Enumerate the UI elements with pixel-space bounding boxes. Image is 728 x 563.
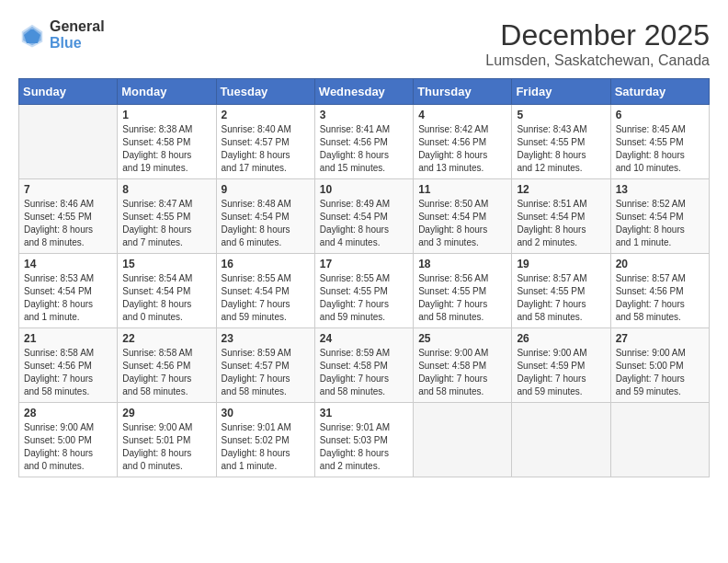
day-info: Sunrise: 8:46 AM Sunset: 4:55 PM Dayligh…: [24, 198, 112, 249]
day-number: 17: [320, 258, 408, 270]
calendar-cell: 6Sunrise: 8:45 AM Sunset: 4:55 PM Daylig…: [610, 105, 709, 179]
day-info: Sunrise: 9:00 AM Sunset: 5:01 PM Dayligh…: [122, 421, 210, 473]
day-info: Sunrise: 8:38 AM Sunset: 4:58 PM Dayligh…: [122, 123, 210, 175]
day-info: Sunrise: 8:48 AM Sunset: 4:54 PM Dayligh…: [222, 198, 310, 249]
calendar-cell: 20Sunrise: 8:57 AM Sunset: 4:56 PM Dayli…: [610, 254, 709, 328]
day-info: Sunrise: 9:01 AM Sunset: 5:03 PM Dayligh…: [320, 421, 408, 473]
day-info: Sunrise: 8:42 AM Sunset: 4:56 PM Dayligh…: [418, 123, 506, 175]
day-number: 4: [418, 109, 506, 121]
weekday-header: Wednesday: [314, 79, 413, 105]
calendar-cell: 4Sunrise: 8:42 AM Sunset: 4:56 PM Daylig…: [414, 105, 512, 179]
calendar-cell: 5Sunrise: 8:43 AM Sunset: 4:55 PM Daylig…: [512, 105, 610, 179]
calendar-cell: 9Sunrise: 8:48 AM Sunset: 4:54 PM Daylig…: [216, 179, 314, 254]
day-number: 3: [320, 109, 408, 121]
day-number: 24: [320, 332, 408, 345]
day-info: Sunrise: 8:57 AM Sunset: 4:56 PM Dayligh…: [616, 272, 704, 324]
day-number: 9: [222, 183, 310, 196]
day-info: Sunrise: 8:47 AM Sunset: 4:55 PM Dayligh…: [122, 198, 210, 249]
calendar-cell: 25Sunrise: 9:00 AM Sunset: 4:58 PM Dayli…: [414, 328, 512, 403]
day-number: 26: [517, 332, 605, 345]
calendar-cell: 17Sunrise: 8:55 AM Sunset: 4:55 PM Dayli…: [314, 254, 413, 328]
day-info: Sunrise: 9:01 AM Sunset: 5:02 PM Dayligh…: [222, 421, 310, 473]
calendar-cell: 3Sunrise: 8:41 AM Sunset: 4:56 PM Daylig…: [314, 105, 413, 179]
day-number: 28: [24, 407, 112, 419]
calendar-cell: [610, 403, 709, 477]
day-info: Sunrise: 8:51 AM Sunset: 4:54 PM Dayligh…: [517, 198, 605, 249]
weekday-header: Sunday: [19, 79, 118, 105]
day-number: 11: [418, 183, 506, 196]
calendar-cell: 15Sunrise: 8:54 AM Sunset: 4:54 PM Dayli…: [118, 254, 216, 328]
day-info: Sunrise: 8:56 AM Sunset: 4:55 PM Dayligh…: [418, 272, 506, 324]
day-number: 6: [616, 109, 704, 121]
day-info: Sunrise: 8:58 AM Sunset: 4:56 PM Dayligh…: [24, 347, 112, 398]
day-number: 25: [418, 332, 506, 345]
day-number: 5: [517, 109, 605, 121]
logo-icon: [18, 21, 46, 49]
day-number: 13: [616, 183, 704, 196]
main-title: December 2025: [485, 18, 710, 52]
day-info: Sunrise: 9:00 AM Sunset: 5:00 PM Dayligh…: [616, 347, 704, 398]
day-info: Sunrise: 8:49 AM Sunset: 4:54 PM Dayligh…: [320, 198, 408, 249]
day-info: Sunrise: 8:43 AM Sunset: 4:55 PM Dayligh…: [517, 123, 605, 175]
page-header: General Blue December 2025 Lumsden, Sask…: [18, 18, 710, 69]
day-number: 8: [122, 183, 210, 196]
calendar-cell: [414, 403, 512, 477]
calendar-week-row: 28Sunrise: 9:00 AM Sunset: 5:00 PM Dayli…: [19, 403, 710, 477]
calendar-cell: 22Sunrise: 8:58 AM Sunset: 4:56 PM Dayli…: [118, 328, 216, 403]
weekday-header: Thursday: [414, 79, 512, 105]
weekday-header: Saturday: [610, 79, 709, 105]
calendar-cell: 29Sunrise: 9:00 AM Sunset: 5:01 PM Dayli…: [118, 403, 216, 477]
day-info: Sunrise: 8:59 AM Sunset: 4:57 PM Dayligh…: [222, 347, 310, 398]
calendar-week-row: 1Sunrise: 8:38 AM Sunset: 4:58 PM Daylig…: [19, 105, 710, 179]
calendar-cell: 8Sunrise: 8:47 AM Sunset: 4:55 PM Daylig…: [118, 179, 216, 254]
calendar-cell: 1Sunrise: 8:38 AM Sunset: 4:58 PM Daylig…: [118, 105, 216, 179]
calendar-cell: 2Sunrise: 8:40 AM Sunset: 4:57 PM Daylig…: [216, 105, 314, 179]
title-block: December 2025 Lumsden, Saskatchewan, Can…: [485, 18, 710, 69]
day-number: 23: [222, 332, 310, 345]
subtitle: Lumsden, Saskatchewan, Canada: [485, 52, 710, 69]
calendar-cell: 24Sunrise: 8:59 AM Sunset: 4:58 PM Dayli…: [314, 328, 413, 403]
calendar-cell: 23Sunrise: 8:59 AM Sunset: 4:57 PM Dayli…: [216, 328, 314, 403]
weekday-header: Monday: [118, 79, 216, 105]
calendar-cell: 7Sunrise: 8:46 AM Sunset: 4:55 PM Daylig…: [19, 179, 118, 254]
calendar-cell: 12Sunrise: 8:51 AM Sunset: 4:54 PM Dayli…: [512, 179, 610, 254]
day-info: Sunrise: 8:55 AM Sunset: 4:55 PM Dayligh…: [320, 272, 408, 324]
calendar-cell: 16Sunrise: 8:55 AM Sunset: 4:54 PM Dayli…: [216, 254, 314, 328]
calendar-cell: 10Sunrise: 8:49 AM Sunset: 4:54 PM Dayli…: [314, 179, 413, 254]
calendar-week-row: 21Sunrise: 8:58 AM Sunset: 4:56 PM Dayli…: [19, 328, 710, 403]
day-number: 12: [517, 183, 605, 196]
day-info: Sunrise: 8:53 AM Sunset: 4:54 PM Dayligh…: [24, 272, 112, 324]
day-info: Sunrise: 8:54 AM Sunset: 4:54 PM Dayligh…: [122, 272, 210, 324]
day-info: Sunrise: 8:45 AM Sunset: 4:55 PM Dayligh…: [616, 123, 704, 175]
day-info: Sunrise: 8:57 AM Sunset: 4:55 PM Dayligh…: [517, 272, 605, 324]
day-number: 16: [222, 258, 310, 270]
day-info: Sunrise: 9:00 AM Sunset: 4:59 PM Dayligh…: [517, 347, 605, 398]
day-number: 20: [616, 258, 704, 270]
calendar-cell: 27Sunrise: 9:00 AM Sunset: 5:00 PM Dayli…: [610, 328, 709, 403]
day-number: 15: [122, 258, 210, 270]
day-number: 19: [517, 258, 605, 270]
day-number: 18: [418, 258, 506, 270]
calendar-cell: 14Sunrise: 8:53 AM Sunset: 4:54 PM Dayli…: [19, 254, 118, 328]
calendar-cell: 31Sunrise: 9:01 AM Sunset: 5:03 PM Dayli…: [314, 403, 413, 477]
calendar-header-row: SundayMondayTuesdayWednesdayThursdayFrid…: [19, 79, 710, 105]
day-number: 10: [320, 183, 408, 196]
calendar-week-row: 7Sunrise: 8:46 AM Sunset: 4:55 PM Daylig…: [19, 179, 710, 254]
day-number: 30: [222, 407, 310, 419]
day-info: Sunrise: 9:00 AM Sunset: 4:58 PM Dayligh…: [418, 347, 506, 398]
day-number: 1: [122, 109, 210, 121]
weekday-header: Tuesday: [216, 79, 314, 105]
calendar-cell: 19Sunrise: 8:57 AM Sunset: 4:55 PM Dayli…: [512, 254, 610, 328]
day-info: Sunrise: 8:40 AM Sunset: 4:57 PM Dayligh…: [222, 123, 310, 175]
calendar-cell: 21Sunrise: 8:58 AM Sunset: 4:56 PM Dayli…: [19, 328, 118, 403]
day-info: Sunrise: 8:59 AM Sunset: 4:58 PM Dayligh…: [320, 347, 408, 398]
calendar-cell: [19, 105, 118, 179]
day-number: 7: [24, 183, 112, 196]
calendar-cell: 26Sunrise: 9:00 AM Sunset: 4:59 PM Dayli…: [512, 328, 610, 403]
day-number: 21: [24, 332, 112, 345]
calendar-cell: [512, 403, 610, 477]
day-number: 2: [222, 109, 310, 121]
day-info: Sunrise: 8:52 AM Sunset: 4:54 PM Dayligh…: [616, 198, 704, 249]
calendar-cell: 11Sunrise: 8:50 AM Sunset: 4:54 PM Dayli…: [414, 179, 512, 254]
weekday-header: Friday: [512, 79, 610, 105]
